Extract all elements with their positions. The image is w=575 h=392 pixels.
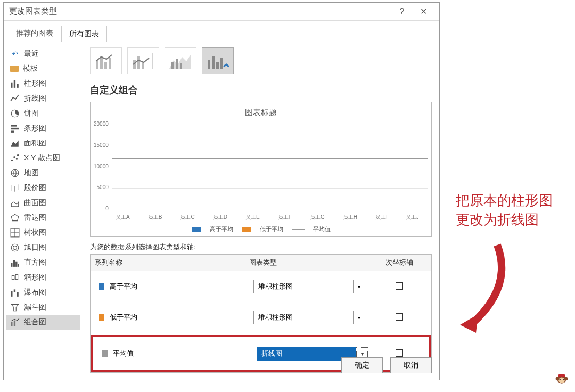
cancel-button[interactable]: 取消 [390, 357, 432, 373]
dialog-title: 更改图表类型 [9, 6, 57, 17]
col-secondary-axis: 次坐标轴 [367, 255, 431, 271]
undo-icon: ↶ [10, 50, 20, 58]
combo-chart-icon [10, 318, 20, 326]
sidebar-item-area[interactable]: 面积图 [6, 136, 80, 151]
series-swatch [102, 350, 108, 357]
tab-recommended[interactable]: 推荐的图表 [8, 25, 61, 42]
svg-rect-48 [216, 62, 219, 69]
svg-rect-49 [220, 58, 223, 69]
series-table-header: 系列名称 图表类型 次坐标轴 [91, 255, 431, 271]
sidebar-item-surface[interactable]: 曲面图 [6, 195, 80, 210]
svg-rect-33 [14, 321, 15, 326]
series-swatch [99, 283, 104, 290]
map-chart-icon [10, 169, 20, 177]
secondary-axis-checkbox[interactable] [396, 349, 403, 357]
ok-button[interactable]: 确定 [341, 357, 383, 373]
svg-rect-1 [14, 80, 15, 88]
svg-rect-36 [104, 62, 107, 69]
combo-variant-2[interactable] [127, 47, 159, 74]
change-chart-type-dialog: 更改图表类型 ? ✕ 推荐的图表 所有图表 ↶最近 模板 柱形图 折线图 饼图 … [3, 2, 440, 380]
series-table: 系列名称 图表类型 次坐标轴 高于平均 堆积柱形图▾ 低于平均 堆积柱形图▾ [90, 254, 432, 373]
svg-point-11 [17, 154, 19, 156]
monkey-icon [555, 372, 569, 386]
svg-rect-25 [18, 264, 19, 267]
svg-point-8 [11, 160, 13, 161]
sidebar-item-combo[interactable]: 组合图 [6, 315, 80, 330]
treemap-chart-icon [10, 228, 20, 237]
svg-rect-57 [558, 374, 565, 377]
sidebar-item-stock[interactable]: 股价图 [6, 181, 80, 195]
sidebar-item-waterfall[interactable]: 瀑布图 [6, 285, 80, 300]
x-axis: 员工A员工B员工C员工D员工E员工F员工G员工H员工I员工J [106, 214, 428, 221]
svg-rect-46 [208, 60, 210, 69]
sidebar-item-pie[interactable]: 饼图 [6, 106, 80, 121]
svg-rect-37 [109, 58, 111, 69]
dialog-button-bar: 确定 取消 [341, 357, 432, 373]
sidebar-item-recent[interactable]: ↶最近 [6, 46, 80, 61]
svg-rect-4 [11, 125, 17, 126]
combo-variant-row [90, 47, 432, 74]
combo-variant-3[interactable] [165, 47, 196, 74]
help-button[interactable]: ? [391, 7, 413, 17]
svg-rect-40 [142, 62, 144, 69]
chart-type-sidebar: ↶最近 模板 柱形图 折线图 饼图 条形图 面积图 X Y 散点图 地图 股价图… [4, 42, 83, 355]
chevron-down-icon[interactable]: ▾ [353, 280, 365, 293]
svg-rect-2 [17, 84, 18, 88]
folder-icon [10, 66, 19, 72]
svg-rect-22 [11, 263, 12, 267]
sidebar-item-sunburst[interactable]: 旭日图 [6, 240, 80, 255]
tab-all-charts[interactable]: 所有图表 [61, 26, 107, 42]
chevron-down-icon[interactable]: ▾ [353, 311, 365, 324]
col-chart-type: 图表类型 [245, 255, 367, 271]
sidebar-item-column[interactable]: 柱形图 [6, 76, 80, 91]
section-title: 自定义组合 [90, 84, 432, 96]
svg-point-56 [563, 379, 564, 380]
annotation-text: 把原本的柱形图 更改为折线图 [456, 191, 568, 230]
svg-rect-24 [15, 262, 17, 267]
combo-variant-4-selected[interactable] [202, 47, 234, 74]
box-chart-icon [10, 273, 20, 282]
svg-point-10 [16, 158, 18, 159]
chart-type-select-below[interactable]: 堆积柱形图▾ [253, 311, 365, 324]
svg-marker-50 [460, 314, 478, 333]
legend-line-gray [292, 229, 305, 230]
svg-rect-5 [11, 128, 19, 129]
svg-rect-47 [212, 56, 215, 69]
close-button[interactable]: ✕ [413, 6, 434, 17]
svg-rect-28 [11, 291, 12, 297]
svg-point-53 [556, 377, 560, 381]
sidebar-item-templates[interactable]: 模板 [6, 61, 80, 76]
chart-type-select-above[interactable]: 堆积柱形图▾ [253, 280, 365, 293]
combo-variant-1[interactable] [90, 47, 122, 74]
bar-chart-icon [10, 124, 20, 133]
annotation-arrow-icon [455, 234, 519, 341]
scatter-chart-icon [10, 154, 20, 162]
tab-bar: 推荐的图表 所有图表 [4, 21, 439, 42]
sidebar-item-radar[interactable]: 雷达图 [6, 210, 80, 225]
svg-point-9 [13, 156, 15, 158]
sidebar-item-scatter[interactable]: X Y 散点图 [6, 151, 80, 166]
svg-rect-39 [137, 56, 140, 69]
sidebar-item-map[interactable]: 地图 [6, 166, 80, 181]
sidebar-item-histogram[interactable]: 直方图 [6, 255, 80, 270]
sidebar-item-line[interactable]: 折线图 [6, 91, 80, 106]
sidebar-item-boxwhisker[interactable]: 箱形图 [6, 270, 80, 285]
sidebar-item-funnel[interactable]: 漏斗图 [6, 300, 80, 315]
surface-chart-icon [10, 199, 20, 207]
sidebar-item-bar[interactable]: 条形图 [6, 121, 80, 136]
secondary-axis-checkbox[interactable] [396, 282, 403, 290]
radar-chart-icon [10, 214, 20, 222]
series-row-below-avg: 低于平均 堆积柱形图▾ [91, 302, 431, 333]
svg-point-21 [11, 244, 19, 251]
svg-rect-44 [176, 59, 178, 69]
pie-chart-icon [10, 109, 20, 118]
svg-point-52 [558, 378, 564, 383]
legend-swatch-blue [192, 227, 201, 232]
y-axis: 20000150001000050000 [94, 121, 112, 211]
secondary-axis-checkbox[interactable] [396, 313, 403, 321]
sidebar-item-treemap[interactable]: 树状图 [6, 225, 80, 240]
svg-point-54 [564, 377, 568, 381]
svg-rect-26 [12, 276, 14, 280]
col-series-name: 系列名称 [91, 255, 245, 271]
titlebar: 更改图表类型 ? ✕ [4, 3, 439, 21]
